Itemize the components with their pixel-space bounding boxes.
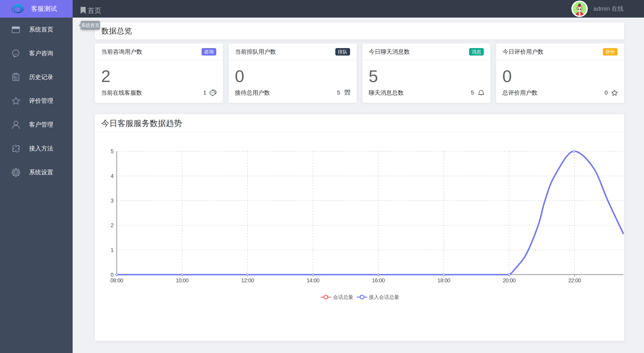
svg-text:3: 3 xyxy=(110,198,114,204)
svg-text:22:00: 22:00 xyxy=(568,277,581,283)
svg-text:1: 1 xyxy=(110,247,114,253)
svg-text:18:00: 18:00 xyxy=(438,277,450,283)
svg-text:20:00: 20:00 xyxy=(503,277,516,283)
svg-text:4: 4 xyxy=(110,173,114,179)
svg-text:0: 0 xyxy=(110,272,114,278)
svg-text:08:00: 08:00 xyxy=(110,277,123,283)
svg-text:接入会话总量: 接入会话总量 xyxy=(368,294,399,300)
svg-text:16:00: 16:00 xyxy=(372,277,385,283)
svg-text:12:00: 12:00 xyxy=(241,277,254,283)
svg-text:14:00: 14:00 xyxy=(307,277,320,283)
svg-text:2: 2 xyxy=(110,222,114,228)
svg-text:5: 5 xyxy=(110,148,114,155)
svg-text:会话总量: 会话总量 xyxy=(333,294,353,300)
svg-text:10:00: 10:00 xyxy=(176,277,188,283)
